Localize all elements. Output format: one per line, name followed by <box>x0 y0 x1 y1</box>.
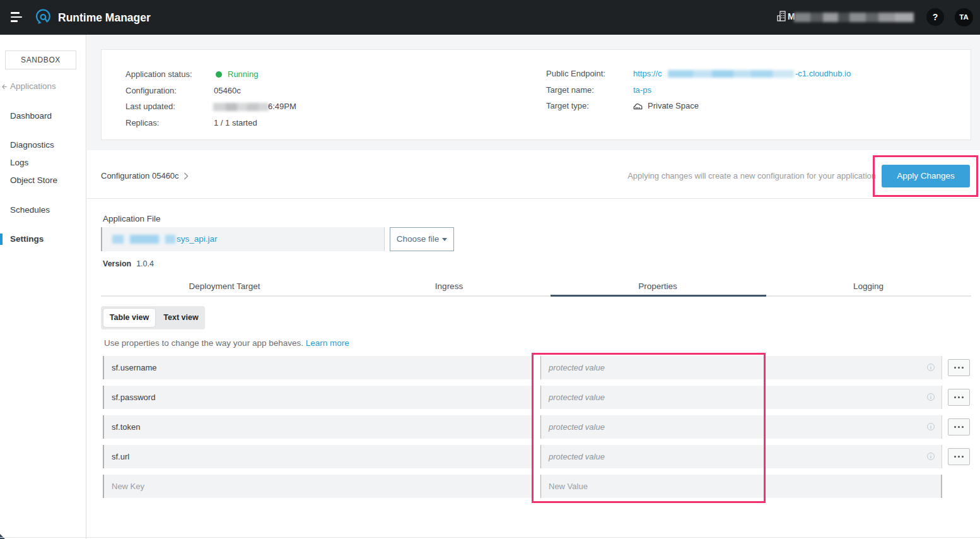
svg-text:i: i <box>930 395 931 400</box>
svg-text:i: i <box>930 425 931 430</box>
svg-text:i: i <box>930 365 931 370</box>
svg-text:i: i <box>930 454 931 459</box>
